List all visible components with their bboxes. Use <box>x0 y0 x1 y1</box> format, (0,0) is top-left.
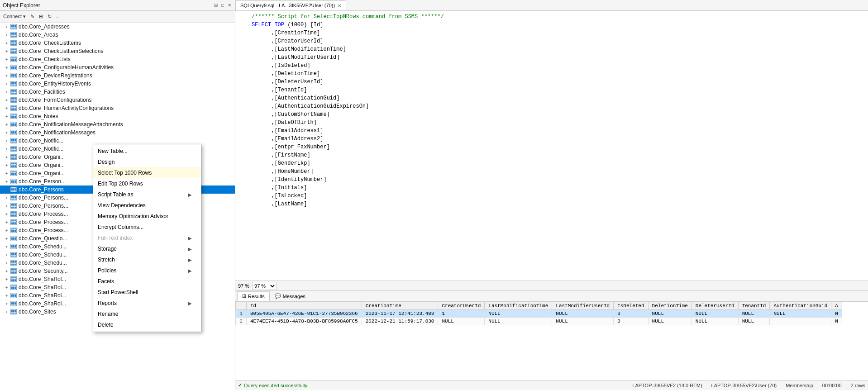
menu-item-rename[interactable]: Rename <box>93 309 201 319</box>
tree-item[interactable]: ＋dbo.Core_EntityHistoryEvents <box>0 80 235 88</box>
code-text: ,[LastModificationTime] <box>252 45 346 53</box>
table-row[interactable]: 24E74EE74-451D-4A78-B03B-BF85998A0FC5202… <box>236 318 842 325</box>
results-column-header[interactable]: CreationTime <box>362 302 438 310</box>
status-connection: LAPTOP-3IK55VF2\User (70) <box>711 383 777 388</box>
menu-item-start-powershell[interactable]: Start PowerShell <box>93 287 201 298</box>
menu-item-design[interactable]: Design <box>93 157 201 167</box>
tree-item[interactable]: ＋dbo.Core_Areas <box>0 31 235 39</box>
menu-item-encrypt-columns...[interactable]: Encrypt Columns... <box>93 222 201 233</box>
table-icon <box>10 178 17 185</box>
zoom-select[interactable]: 97 % 100 % <box>252 282 277 290</box>
close-button[interactable]: ✕ <box>227 3 232 8</box>
menu-item-policies[interactable]: Policies▶ <box>93 265 201 276</box>
connect-button[interactable]: Connect ▾ <box>2 13 27 20</box>
panel-controls: ⊟ □ ✕ <box>213 3 232 8</box>
line-number <box>238 94 247 102</box>
tree-item-label: dbo.Core_ShaRol... <box>19 300 66 307</box>
tree-item[interactable]: ＋dbo.Core_Notes <box>0 112 235 120</box>
results-tab[interactable]: ⊞ Results <box>237 291 270 301</box>
code-text: ,[LastModifierUserId] <box>252 53 339 62</box>
results-column-header[interactable] <box>236 302 247 310</box>
results-column-header[interactable]: DeletionTime <box>648 302 692 310</box>
tree-item[interactable]: ＋dbo.Core_Facilities <box>0 88 235 96</box>
pin-button[interactable]: ⊟ <box>213 3 219 8</box>
sql-tab[interactable]: SQLQuery9.sql - LA...3IK55VF2\User (70))… <box>235 0 346 10</box>
tree-item[interactable]: ＋dbo.Core_HumanActivityConfigurations <box>0 104 235 112</box>
messages-tab[interactable]: 💬 Messages <box>270 291 310 301</box>
line-number <box>238 176 247 184</box>
code-text: ,[DeletionTime] <box>252 70 320 78</box>
tree-item[interactable]: ＋dbo.Core_DeviceRegistrations <box>0 71 235 80</box>
tree-item[interactable]: ＋dbo.Core_Addresses <box>0 23 235 31</box>
results-column-header[interactable]: IsDeleted <box>614 302 648 310</box>
more-button[interactable]: ≡ <box>55 14 60 20</box>
code-text: ,[AuthenticationGuid] <box>252 94 339 102</box>
tree-item[interactable]: ＋dbo.Core_ConfigurableHumanActivities <box>0 63 235 71</box>
results-column-header[interactable]: TenantId <box>738 302 770 310</box>
code-text: ,[IdentityNumber] <box>252 176 327 184</box>
results-column-header[interactable]: LastModificationTime <box>485 302 552 310</box>
menu-item-delete[interactable]: Delete <box>93 319 201 330</box>
filter-button[interactable]: ⊞ <box>38 13 44 20</box>
tree-item[interactable]: ＋dbo.Core_NotificationMessageAttachments <box>0 120 235 128</box>
table-icon <box>10 105 17 111</box>
results-column-header[interactable]: CreatorUserId <box>438 302 485 310</box>
menu-item-label: Edit Top 200 Rows <box>98 181 143 187</box>
tree-item[interactable]: ＋dbo.Core_NotificationMessages <box>0 128 235 137</box>
tree-item-label: dbo.Core_HumanActivityConfigurations <box>19 105 114 111</box>
data-cell: 4E74EE74-451D-4A78-B03B-BF85998A0FC5 <box>247 318 362 325</box>
menu-item-label: Storage <box>98 246 117 252</box>
results-column-header[interactable]: LastModifierUserId <box>552 302 614 310</box>
sql-panel: SQLQuery9.sql - LA...3IK55VF2\User (70))… <box>235 0 868 390</box>
tree-item-label: dbo.Core_ShaRol... <box>19 284 66 290</box>
line-number <box>238 167 247 176</box>
code-text: ,[DeleterUserId] <box>252 78 323 86</box>
tree-item[interactable]: ＋dbo.Core_CheckListItems <box>0 39 235 47</box>
line-number <box>238 21 247 29</box>
code-line: ,[EmailAddress2] <box>238 135 865 143</box>
menu-item-storage[interactable]: Storage▶ <box>93 243 201 254</box>
tree-item-label: dbo.Core_Organi... <box>19 162 65 168</box>
code-text: ,[IsLocked] <box>252 192 307 200</box>
menu-item-edit-top-200-rows[interactable]: Edit Top 200 Rows <box>93 178 201 189</box>
menu-item-reports[interactable]: Reports▶ <box>93 298 201 309</box>
tree-expand-icon: ＋ <box>4 195 9 200</box>
results-column-header[interactable]: A <box>831 302 842 310</box>
tree-item[interactable]: ＋dbo.Core_FormConfigurations <box>0 96 235 104</box>
table-icon <box>10 203 17 209</box>
menu-item-memory-optimization-advisor[interactable]: Memory Optimization Advisor <box>93 211 201 222</box>
tree-item-label: dbo.Core_CheckListItemSelections <box>19 48 103 54</box>
code-line: ,[CustomShortName] <box>238 110 865 119</box>
data-cell: NULL <box>552 310 614 318</box>
line-number <box>238 78 247 86</box>
refresh-button[interactable]: ↻ <box>46 13 53 20</box>
tree-item[interactable]: ＋dbo.Core_CheckLists <box>0 55 235 63</box>
menu-item-new-table...[interactable]: New Table... <box>93 146 201 157</box>
code-text: SELECT TOP (1000) [Id] <box>252 21 323 29</box>
line-number <box>238 13 247 21</box>
line-number <box>238 192 247 200</box>
results-grid[interactable]: IdCreationTimeCreatorUserIdLastModificat… <box>235 302 868 380</box>
menu-item-view-dependencies[interactable]: View Dependencies <box>93 200 201 211</box>
row-number-cell: 2 <box>236 318 247 325</box>
code-text: /****** Script for SelectTopNRows comman… <box>252 13 444 21</box>
sql-editor[interactable]: /****** Script for SelectTopNRows comman… <box>235 11 868 281</box>
tab-close-button[interactable]: ✕ <box>338 3 341 8</box>
results-column-header[interactable]: AuthenticationGuid <box>770 302 831 310</box>
menu-item-label: Encrypt Columns... <box>98 224 143 230</box>
menu-item-stretch[interactable]: Stretch▶ <box>93 254 201 265</box>
line-number <box>238 159 247 167</box>
menu-item-facets[interactable]: Facets <box>93 276 201 287</box>
tree-item[interactable]: ＋dbo.Core_CheckListItemSelections <box>0 47 235 55</box>
new-query-button[interactable]: ✎ <box>29 13 36 20</box>
table-icon <box>10 235 17 242</box>
tree-expand-icon: ＋ <box>4 236 9 241</box>
results-column-header[interactable]: Id <box>247 302 362 310</box>
table-row[interactable]: 1B05E495A-6E47-426E-91C1-27735B962366202… <box>236 310 842 318</box>
menu-item-select-top-1000-rows[interactable]: Select Top 1000 Rows <box>93 167 201 178</box>
menu-item-script-table-as[interactable]: Script Table as▶ <box>93 189 201 200</box>
menu-item-label: Design <box>98 159 114 165</box>
data-cell: 2022-12-21 11:59:17.030 <box>362 318 438 325</box>
float-button[interactable]: □ <box>220 3 225 8</box>
results-column-header[interactable]: DeleterUserId <box>692 302 738 310</box>
